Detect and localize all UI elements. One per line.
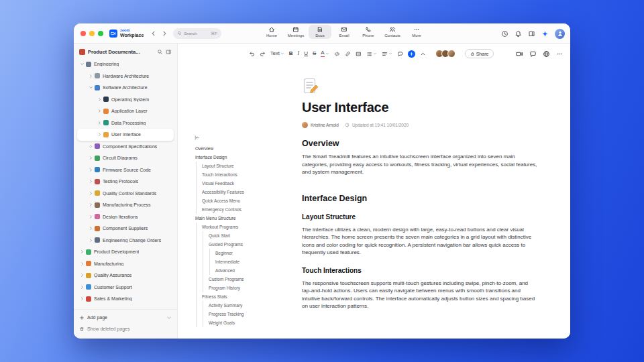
chevron-right-icon[interactable]: [80, 273, 85, 278]
tab-docs[interactable]: Docs: [309, 25, 331, 39]
publish-to-web-button[interactable]: [543, 50, 550, 58]
sidebar-item-design-iterations[interactable]: Design Iterations: [77, 211, 174, 223]
start-video-button[interactable]: [516, 50, 523, 58]
outline-item-beginner[interactable]: Beginner: [194, 249, 296, 257]
insert-button[interactable]: [408, 50, 415, 58]
bold-button[interactable]: B: [289, 51, 293, 56]
sidebar-item-component-suppliers[interactable]: Component Suppliers: [77, 223, 174, 235]
link-button[interactable]: [345, 51, 351, 57]
sidebar-item-application-layer[interactable]: Application Layer: [77, 105, 174, 117]
chevron-right-icon[interactable]: [89, 215, 93, 219]
text-color-dropdown[interactable]: A: [321, 50, 329, 57]
code-block-button[interactable]: [356, 51, 362, 57]
minimize-button[interactable]: [89, 31, 95, 36]
chevron-right-icon[interactable]: [80, 296, 85, 301]
undo-button[interactable]: [249, 51, 255, 57]
outline-item-emergency-controls[interactable]: Emergency Controls: [194, 205, 296, 214]
sidebar-item-firmware-source-code[interactable]: Firmware Source Code: [77, 164, 174, 176]
sidebar-item-data-processing[interactable]: Data Processing: [77, 117, 174, 129]
outline-item-advanced[interactable]: Advanced: [194, 266, 296, 275]
zoom-button[interactable]: [98, 31, 103, 36]
chevron-right-icon[interactable]: [89, 202, 93, 207]
italic-button[interactable]: I: [298, 51, 300, 56]
share-button[interactable]: Share: [465, 49, 494, 58]
chevron-right-icon[interactable]: [97, 121, 102, 125]
chevron-right-icon[interactable]: [89, 191, 93, 196]
chevron-down-icon[interactable]: [80, 62, 85, 66]
chevron-right-icon[interactable]: [80, 261, 85, 266]
outline-item-quick-start[interactable]: Quick Start: [194, 231, 296, 240]
close-button[interactable]: [80, 31, 86, 36]
outline-item-quick-access-menu[interactable]: Quick Access Menu: [194, 196, 296, 205]
more-options-button[interactable]: [556, 50, 564, 58]
tab-contacts[interactable]: Contacts: [381, 25, 404, 39]
sidebar-search-button[interactable]: [157, 49, 163, 55]
collapse-toolbar-button[interactable]: [420, 51, 426, 57]
outline-item-weight-goals[interactable]: Weight Goals: [194, 318, 296, 327]
outline-item-fitness-stats[interactable]: Fitness Stats: [194, 292, 296, 301]
ai-companion-button[interactable]: [541, 30, 549, 38]
chevron-right-icon[interactable]: [89, 168, 93, 172]
redo-button[interactable]: [260, 51, 266, 57]
outline-item-overview[interactable]: Overview: [194, 144, 296, 153]
global-search-input[interactable]: Search ⌘F: [173, 28, 221, 39]
history-button[interactable]: [501, 30, 508, 38]
chevron-right-icon[interactable]: [89, 238, 93, 243]
strikethrough-button[interactable]: S: [313, 51, 316, 56]
show-deleted-pages-button[interactable]: Show deleted pages: [79, 323, 172, 335]
sidebar-item-manufacturing-process[interactable]: Manufacturing Process: [77, 199, 174, 211]
underline-button[interactable]: U: [304, 51, 308, 56]
outline-item-progress-tracking[interactable]: Progress Tracking: [194, 310, 296, 318]
collaborator-avatar[interactable]: [447, 50, 455, 58]
outline-item-visual-feedback[interactable]: Visual Feedback: [194, 179, 296, 188]
outline-item-guided-programs[interactable]: Guided Programs: [194, 240, 296, 249]
chevron-down-icon[interactable]: [89, 85, 93, 90]
notifications-button[interactable]: [515, 30, 522, 38]
forward-button[interactable]: [161, 30, 168, 37]
chevron-right-icon[interactable]: [89, 144, 93, 149]
chevron-right-icon[interactable]: [80, 249, 85, 254]
sidebar-item-engineering-change-orders[interactable]: Engineering Change Orders: [77, 235, 174, 247]
outline-item-touch-interactions[interactable]: Touch Interactions: [194, 170, 296, 179]
sidebar-item-product-development[interactable]: Product Development: [77, 246, 174, 258]
chevron-right-icon[interactable]: [89, 74, 93, 78]
sidebar-item-user-interface[interactable]: User Interface: [77, 129, 174, 141]
sidebar-item-quality-control-standards[interactable]: Quality Control Standards: [77, 188, 174, 200]
comment-button[interactable]: [397, 51, 403, 57]
sidebar-item-sales-marketing[interactable]: Sales & Marketing: [77, 293, 174, 305]
outline-collapse-button[interactable]: [194, 135, 200, 141]
side-panel-button[interactable]: [528, 30, 535, 38]
tab-email[interactable]: Email: [333, 25, 356, 39]
text-style-dropdown[interactable]: Text: [270, 51, 284, 56]
sidebar-item-manufacturing[interactable]: Manufacturing: [77, 258, 174, 270]
sidebar-item-software-architecture[interactable]: Software Architecture: [77, 82, 174, 94]
outline-item-workout-programs[interactable]: Workout Programs: [194, 223, 296, 231]
sidebar-item-customer-support[interactable]: Customer Support: [77, 282, 174, 294]
chevron-right-icon[interactable]: [89, 179, 93, 184]
sidebar-item-quality-assurance[interactable]: Quality Assurance: [77, 269, 174, 282]
chevron-right-icon[interactable]: [97, 132, 102, 137]
align-dropdown[interactable]: [382, 51, 392, 57]
add-page-options-chevron-icon[interactable]: [166, 315, 172, 320]
tab-phone[interactable]: Phone: [357, 25, 380, 39]
outline-item-program-history[interactable]: Program History: [194, 284, 296, 292]
sidebar-item-hardware-architecture[interactable]: Hardware Architecture: [77, 70, 174, 82]
chevron-right-icon[interactable]: [89, 156, 93, 160]
outline-item-interface-design[interactable]: Interface Design: [194, 153, 296, 162]
outline-item-custom-programs[interactable]: Custom Programs: [194, 275, 296, 284]
outline-item-accessibility-features[interactable]: Accessibility Features: [194, 188, 296, 196]
sidebar-item-operating-system[interactable]: Operating System: [77, 94, 174, 106]
tab-meetings[interactable]: Meetings: [284, 25, 307, 39]
outline-item-main-menu-structure[interactable]: Main Menu Structure: [194, 214, 296, 223]
inline-code-button[interactable]: [334, 51, 340, 57]
sidebar-item-circuit-diagrams[interactable]: Circuit Diagrams: [77, 152, 174, 164]
notepad-pencil-icon[interactable]: [302, 77, 319, 95]
add-page-button[interactable]: Add page: [79, 312, 172, 323]
chevron-right-icon[interactable]: [80, 285, 85, 290]
list-dropdown[interactable]: [366, 51, 377, 57]
user-avatar[interactable]: [555, 29, 565, 39]
outline-item-activity-summary[interactable]: Activity Summary: [194, 301, 296, 310]
chevron-right-icon[interactable]: [97, 97, 102, 102]
open-comments-button[interactable]: [529, 50, 537, 58]
outline-item-intermediate[interactable]: Intermediate: [194, 257, 296, 266]
